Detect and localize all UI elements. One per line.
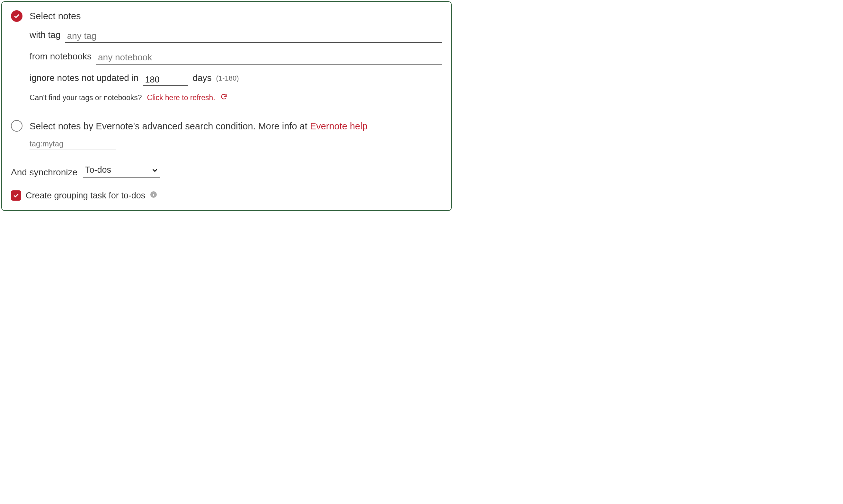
staleness-line: ignore notes not updated in days (1-180) bbox=[30, 72, 442, 86]
config-panel: Select notes with tag from notebooks ign… bbox=[1, 1, 452, 211]
radio-advanced-search[interactable] bbox=[11, 120, 22, 132]
refresh-icon[interactable] bbox=[221, 92, 227, 103]
info-icon[interactable] bbox=[150, 191, 157, 201]
sync-line: And synchronize To-dos bbox=[11, 165, 442, 178]
svg-rect-1 bbox=[153, 194, 154, 196]
sync-label: And synchronize bbox=[11, 167, 77, 178]
notebook-line: from notebooks bbox=[30, 50, 442, 65]
staleness-suffix: days bbox=[192, 72, 211, 86]
option-advanced-search: Select notes by Evernote's advanced sear… bbox=[11, 120, 442, 150]
grouping-line: Create grouping task for to-dos bbox=[11, 191, 442, 201]
sync-select-value: To-dos bbox=[85, 165, 111, 175]
refresh-question: Can't find your tags or notebooks? bbox=[30, 92, 142, 103]
option1-title: Select notes bbox=[30, 10, 442, 23]
refresh-link[interactable]: Click here to refresh. bbox=[147, 92, 215, 103]
option2-text: Select notes by Evernote's advanced sear… bbox=[30, 120, 442, 133]
svg-rect-2 bbox=[153, 193, 154, 193]
grouping-label: Create grouping task for to-dos bbox=[26, 191, 145, 201]
notebook-label: from notebooks bbox=[30, 50, 91, 65]
advanced-search-input[interactable] bbox=[30, 139, 116, 150]
staleness-input[interactable] bbox=[143, 74, 188, 86]
check-icon bbox=[13, 192, 19, 199]
refresh-helper: Can't find your tags or notebooks? Click… bbox=[30, 92, 442, 103]
notebook-input[interactable] bbox=[96, 52, 442, 65]
evernote-help-link[interactable]: Evernote help bbox=[310, 121, 368, 131]
tag-line: with tag bbox=[30, 29, 442, 43]
grouping-checkbox[interactable] bbox=[11, 191, 21, 201]
radio-select-notes[interactable] bbox=[11, 10, 22, 22]
option2-prefix: Select notes by Evernote's advanced sear… bbox=[30, 121, 310, 131]
sync-select[interactable]: To-dos bbox=[83, 165, 160, 178]
staleness-label: ignore notes not updated in bbox=[30, 72, 139, 86]
chevron-down-icon bbox=[151, 166, 158, 176]
option-select-notes: Select notes with tag from notebooks ign… bbox=[11, 10, 442, 115]
check-icon bbox=[13, 13, 20, 20]
tag-input[interactable] bbox=[65, 30, 442, 43]
staleness-range-hint: (1-180) bbox=[216, 73, 239, 86]
tag-label: with tag bbox=[30, 29, 61, 43]
